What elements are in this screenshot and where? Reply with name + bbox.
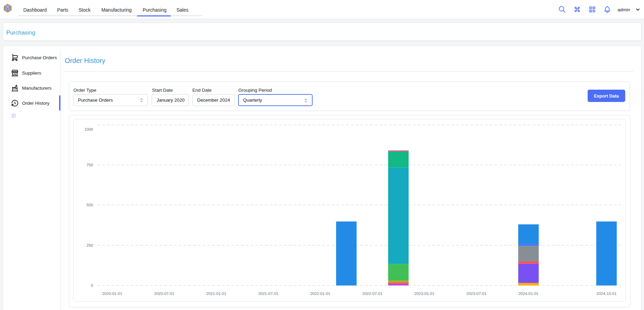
svg-text:2022-01-01: 2022-01-01 <box>310 292 330 296</box>
svg-text:250: 250 <box>86 243 93 247</box>
svg-text:2021-07-01: 2021-07-01 <box>258 292 278 296</box>
svg-text:2020-07-01: 2020-07-01 <box>154 292 174 296</box>
svg-text:500: 500 <box>86 203 93 207</box>
svg-text:2022-07-01: 2022-07-01 <box>362 292 382 296</box>
svg-text:2021-01-01: 2021-01-01 <box>206 292 226 296</box>
svg-text:750: 750 <box>86 163 93 167</box>
svg-text:2023-01-01: 2023-01-01 <box>414 292 434 296</box>
svg-text:2020-01-01: 2020-01-01 <box>102 292 122 296</box>
svg-text:1000: 1000 <box>84 127 93 131</box>
svg-text:2023-07-01: 2023-07-01 <box>466 292 487 296</box>
svg-text:0: 0 <box>91 283 93 287</box>
svg-text:2024-10-01: 2024-10-01 <box>596 292 616 296</box>
svg-text:2024-01-01: 2024-01-01 <box>518 292 538 296</box>
